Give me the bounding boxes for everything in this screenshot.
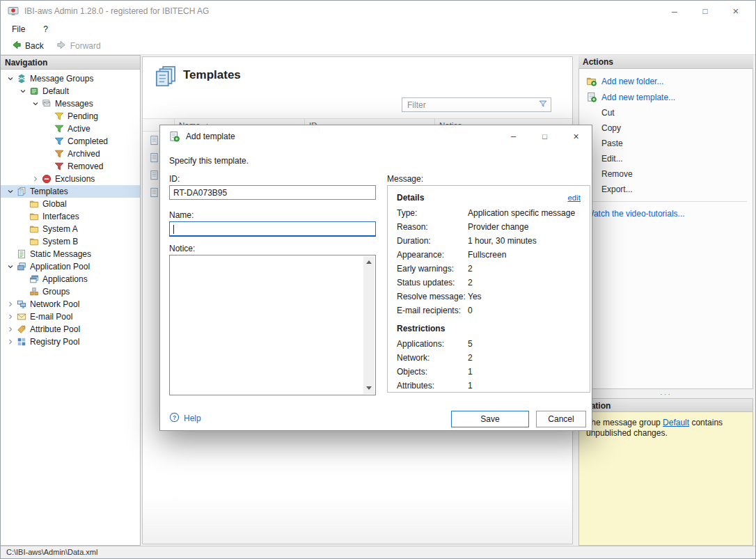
detail-value: 1 hour, 30 minutes (468, 236, 581, 246)
nav-item-e-mail-pool[interactable]: E-mail Pool (1, 310, 140, 323)
action-copy[interactable]: Copy (579, 120, 753, 136)
funnel-yellow-icon (53, 111, 65, 121)
restrictions-list: Applications:5Network:2Objects:1Attribut… (397, 339, 581, 391)
menu-help[interactable]: ? (43, 24, 48, 34)
chevron-down-icon[interactable] (5, 262, 15, 271)
action-remove[interactable]: Remove (579, 166, 753, 182)
funnel-red-icon (53, 162, 65, 171)
nav-item-active[interactable]: Active (1, 123, 140, 135)
forward-button[interactable]: Forward (50, 38, 107, 54)
chevron-down-icon[interactable] (5, 74, 15, 83)
chevron-right-icon[interactable] (30, 175, 40, 183)
name-input[interactable] (169, 221, 376, 237)
scroll-down-icon[interactable] (366, 386, 372, 390)
cancel-button[interactable]: Cancel (536, 411, 586, 427)
template-row-icon[interactable] (149, 152, 159, 165)
filter-input[interactable]: Filter (402, 97, 551, 112)
back-button[interactable]: Back (5, 38, 50, 54)
dialog-close-button[interactable]: × (560, 125, 592, 148)
page-title: Templates (183, 68, 241, 82)
restriction-value: 1 (468, 367, 581, 377)
nav-item-exclusions[interactable]: Exclusions (1, 173, 140, 185)
nav-item-templates[interactable]: Templates (1, 185, 140, 198)
template-row-icon[interactable] (149, 170, 159, 182)
nav-item-default[interactable]: Default (1, 85, 140, 97)
action-add-new-folder[interactable]: Add new folder... (579, 73, 753, 89)
message-label: Message: (387, 174, 423, 184)
nav-item-archived[interactable]: Archived (1, 148, 140, 160)
help-label: Help (184, 414, 201, 423)
dialog-maximize-button[interactable]: □ (529, 125, 560, 148)
chevron-down-icon[interactable] (30, 100, 40, 108)
detail-label: Type: (397, 208, 468, 218)
action-label: Copy (601, 123, 621, 133)
action-add-new-template[interactable]: Add new template... (579, 89, 753, 105)
nav-item-message-groups[interactable]: Message Groups (1, 72, 140, 85)
chevron-right-icon[interactable] (5, 338, 15, 346)
id-input[interactable]: RT-DA073B95 (169, 185, 376, 200)
action-label: Paste (601, 139, 623, 148)
template-row-icon[interactable] (149, 187, 159, 200)
nav-item-applications[interactable]: Applications (1, 273, 140, 285)
chevron-down-icon[interactable] (5, 187, 15, 196)
help-icon: ? (169, 412, 180, 425)
action-edit[interactable]: Edit... (579, 151, 753, 166)
default-group-link[interactable]: Default (663, 418, 689, 427)
info-text-before: The message group (586, 418, 663, 427)
notice-textarea[interactable] (169, 255, 376, 395)
action-watch-the-video-tutorials[interactable]: Watch the video-tutorials... (579, 206, 753, 221)
nav-item-registry-pool[interactable]: Registry Pool (1, 336, 140, 348)
detail-label: E-mail recipients: (397, 306, 468, 315)
info-panel-body: The message group Default contains unpub… (578, 412, 753, 546)
nav-item-groups[interactable]: Groups (1, 285, 140, 298)
folder-icon (28, 199, 40, 209)
restriction-value: 1 (468, 381, 581, 391)
edit-link[interactable]: edit (567, 194, 581, 202)
nav-item-static-messages[interactable]: Static Messages (1, 248, 140, 260)
action-paste[interactable]: Paste (579, 136, 753, 151)
save-button[interactable]: Save (451, 411, 529, 427)
nav-item-system-a[interactable]: System A (1, 223, 140, 235)
minimize-button[interactable]: – (659, 1, 690, 22)
template-row-icon[interactable] (149, 135, 159, 148)
toolbar: Back Forward (1, 37, 755, 55)
nav-item-messages[interactable]: Messages (1, 97, 140, 110)
nav-item-network-pool[interactable]: Network Pool (1, 298, 140, 310)
action-cut[interactable]: Cut (579, 105, 753, 120)
help-button[interactable]: ? Help (169, 412, 201, 425)
panel-splitter[interactable]: ··· (578, 389, 753, 398)
scroll-up-icon[interactable] (366, 260, 372, 264)
dialog-titlebar[interactable]: Add template – □ × (160, 125, 592, 148)
titlebar[interactable]: IBI-aws Admin 1.28.0 - registered for IB… (1, 1, 755, 22)
chevron-right-icon[interactable] (5, 300, 15, 308)
nav-item-label: Static Messages (30, 249, 91, 259)
close-button[interactable]: × (720, 1, 751, 22)
nav-item-label: Application Pool (30, 262, 90, 271)
detail-label: Status updates: (397, 278, 468, 288)
restriction-label: Applications: (397, 339, 468, 349)
detail-label: Resolve message: (397, 292, 468, 301)
detail-label: Duration: (397, 236, 468, 246)
restriction-value: 5 (468, 339, 581, 349)
action-label: Edit... (601, 154, 623, 164)
nav-item-attribute-pool[interactable]: Attribute Pool (1, 323, 140, 336)
nav-item-completed[interactable]: Completed (1, 135, 140, 148)
nav-item-global[interactable]: Global (1, 198, 140, 210)
chevron-right-icon[interactable] (5, 325, 15, 333)
nav-item-label: Groups (42, 287, 70, 297)
notice-scrollbar[interactable] (363, 256, 375, 394)
chevron-right-icon[interactable] (5, 313, 15, 321)
menu-file[interactable]: File (12, 24, 25, 34)
nav-item-removed[interactable]: Removed (1, 160, 140, 173)
chevron-down-icon[interactable] (17, 87, 28, 95)
nav-item-pending[interactable]: Pending (1, 110, 140, 123)
navigation-tree: Message GroupsDefaultMessagesPendingActi… (1, 70, 140, 348)
nav-item-application-pool[interactable]: Application Pool (1, 260, 140, 273)
nav-item-system-b[interactable]: System B (1, 235, 140, 248)
filter-placeholder: Filter (407, 100, 538, 110)
action-export[interactable]: Export... (579, 182, 753, 197)
window-controls: – □ × (659, 1, 751, 22)
maximize-button[interactable]: □ (690, 1, 720, 22)
dialog-minimize-button[interactable]: – (498, 125, 529, 148)
nav-item-interfaces[interactable]: Interfaces (1, 210, 140, 223)
